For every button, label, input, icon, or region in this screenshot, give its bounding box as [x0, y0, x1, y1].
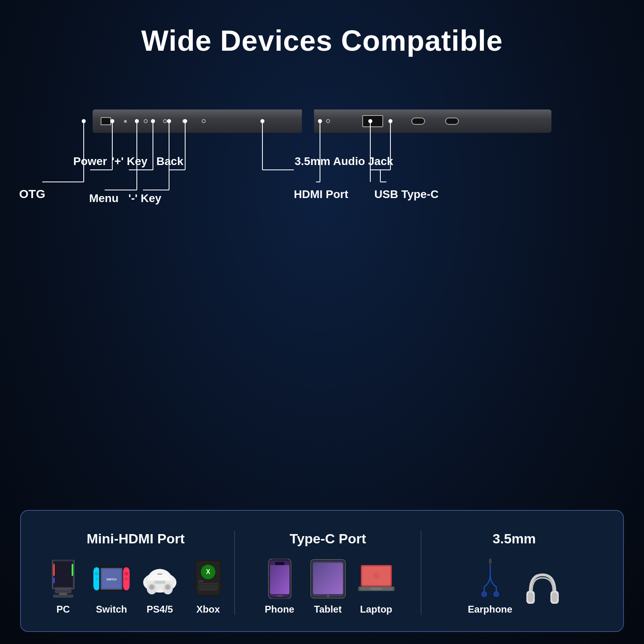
- svg-point-58: [125, 578, 127, 580]
- ps-icon: [142, 559, 178, 599]
- svg-rect-73: [198, 583, 218, 584]
- svg-text:X: X: [206, 568, 210, 575]
- svg-point-97: [495, 592, 498, 596]
- svg-rect-99: [489, 563, 491, 565]
- compat-column-typec: Type-C Port: [243, 531, 413, 615]
- device-tablet: Tablet: [310, 559, 346, 615]
- compat-typec-title: Type-C Port: [289, 531, 366, 547]
- page-title: Wide Devices Compatible: [141, 24, 503, 57]
- laptop-icon: [358, 559, 394, 599]
- svg-rect-42: [53, 564, 55, 576]
- device-laptop: Laptop: [358, 559, 394, 615]
- svg-point-86: [327, 595, 329, 597]
- svg-text:'+' Key: '+' Key: [112, 155, 148, 167]
- switch-label: Switch: [96, 604, 127, 615]
- svg-rect-45: [55, 587, 72, 588]
- compat-column-hdmi: Mini-HDMI Port: [45, 531, 226, 615]
- pc-label: PC: [56, 604, 70, 615]
- ps-label: PS4/5: [147, 604, 173, 615]
- divider-2: [421, 531, 421, 615]
- svg-point-51: [95, 578, 97, 580]
- phone-label: Phone: [265, 604, 294, 615]
- svg-rect-77: [198, 580, 203, 582]
- svg-text:3.5mm Audio Jack: 3.5mm Audio Jack: [295, 155, 393, 167]
- svg-point-95: [483, 592, 486, 596]
- phone-icon: [262, 559, 298, 599]
- svg-point-90: [373, 572, 379, 578]
- svg-point-66: [150, 585, 154, 589]
- svg-point-50: [95, 572, 99, 576]
- device-xbox: X Xbox: [190, 559, 226, 615]
- svg-rect-46: [55, 590, 71, 593]
- svg-text:Back: Back: [157, 155, 184, 167]
- svg-point-68: [166, 585, 169, 589]
- xbox-icon: X: [190, 559, 226, 599]
- svg-rect-76: [198, 589, 218, 590]
- svg-rect-43: [53, 578, 55, 583]
- laptop-label: Laptop: [360, 604, 392, 615]
- device-pc: PC: [45, 559, 81, 615]
- svg-rect-81: [270, 565, 289, 594]
- svg-text:Power: Power: [73, 155, 107, 167]
- device-earphone: Earphone: [468, 559, 512, 615]
- svg-text:'-' Key: '-' Key: [128, 192, 161, 204]
- svg-rect-41: [54, 561, 72, 587]
- svg-text:SWITCH: SWITCH: [107, 578, 117, 581]
- earphone-label: Earphone: [468, 604, 512, 615]
- svg-rect-48: [53, 595, 73, 597]
- tablet-icon: [310, 559, 346, 599]
- device-ps: PS4/5: [142, 559, 178, 615]
- svg-rect-44: [72, 564, 73, 576]
- svg-rect-62: [157, 574, 163, 575]
- svg-text:OTG: OTG: [19, 187, 45, 200]
- divider-1: [234, 531, 235, 615]
- svg-rect-47: [59, 593, 67, 595]
- device-headphone: [524, 570, 561, 615]
- tablet-label: Tablet: [314, 604, 342, 615]
- earphone-icon: [472, 559, 508, 599]
- compat-column-35mm: 3.5mm: [429, 531, 599, 615]
- svg-text:Menu: Menu: [89, 192, 118, 204]
- compat-hdmi-title: Mini-HDMI Port: [87, 531, 185, 547]
- svg-rect-82: [277, 595, 283, 597]
- svg-point-87: [327, 561, 329, 562]
- compat-35mm-title: 3.5mm: [493, 531, 536, 547]
- switch-icon: SWITCH: [93, 559, 130, 599]
- compat-35mm-devices: Earphone: [468, 559, 561, 615]
- svg-text:USB Type-C: USB Type-C: [374, 188, 439, 200]
- svg-point-57: [124, 572, 128, 576]
- svg-rect-85: [313, 563, 343, 594]
- device-phone: Phone: [262, 559, 298, 615]
- svg-rect-74: [198, 585, 218, 586]
- compat-typec-devices: Phone: [262, 559, 394, 615]
- page-wrapper: Wide Devices Compatible: [0, 0, 644, 644]
- svg-rect-80: [275, 562, 285, 565]
- device-switch: SWITCH Switch: [93, 559, 130, 615]
- svg-rect-93: [371, 588, 382, 590]
- svg-rect-75: [198, 587, 218, 588]
- compat-hdmi-devices: PC: [45, 559, 226, 615]
- diagram-section: OTG Power Menu '+' Key '-' Key Back 3.5m…: [0, 89, 644, 283]
- svg-rect-101: [528, 592, 533, 603]
- annotations-svg: OTG Power Menu '+' Key '-' Key Back 3.5m…: [0, 89, 644, 283]
- xbox-label: Xbox: [196, 604, 220, 615]
- svg-rect-103: [552, 592, 557, 603]
- headphone-icon: [524, 570, 561, 610]
- pc-icon: [45, 559, 81, 599]
- svg-text:HDMI Port: HDMI Port: [294, 188, 348, 200]
- compat-section: Mini-HDMI Port: [20, 510, 624, 632]
